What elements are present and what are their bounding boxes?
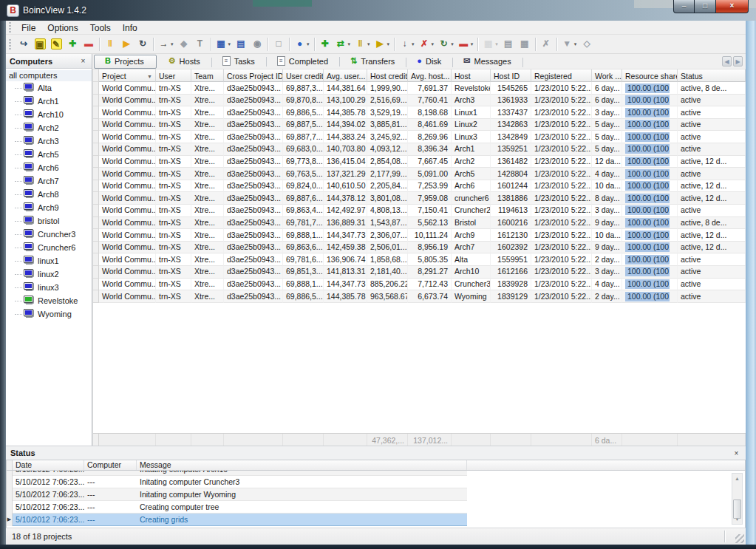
remove-computer-icon[interactable]: ▬ xyxy=(81,36,96,52)
close-icon[interactable]: × xyxy=(78,57,88,65)
status-log-row[interactable]: ▶5/10/2012 7:06:23...---Creating grids xyxy=(7,514,473,526)
table-row[interactable]: World Commu...trn-XSXtre...d3ae25b0943..… xyxy=(93,253,746,266)
sidebar-item-linux3[interactable]: linux3 xyxy=(6,281,92,294)
close-icon[interactable]: × xyxy=(732,449,741,457)
sidebar-item-arch3[interactable]: Arch3 xyxy=(6,134,92,148)
update-project-icon[interactable]: ⇄▾ xyxy=(334,36,353,52)
table-row[interactable]: World Commu...trn-XSXtre...d3ae25b0943..… xyxy=(93,229,746,242)
sidebar-item-wyoming[interactable]: Wyoming xyxy=(6,307,92,321)
tree-root-all-computers[interactable]: all computers xyxy=(6,70,92,81)
table-row[interactable]: World Commu...trn-XSXtre...d3ae25b0943..… xyxy=(93,266,746,279)
menu-item-tools[interactable]: Tools xyxy=(84,21,117,35)
column-header-cross-project-id[interactable]: Cross Project ID xyxy=(224,69,283,82)
boinc-mini-icon[interactable]: T xyxy=(193,36,208,52)
menu-item-info[interactable]: Info xyxy=(117,21,143,35)
table-row[interactable]: World Commu...trn-XSXtre...d3ae25b0943..… xyxy=(93,156,746,168)
attach-project-icon[interactable]: ✚ xyxy=(318,36,333,52)
menu-item-file[interactable]: File xyxy=(16,21,41,35)
status-log-row[interactable]: 5/10/2012 7:06:23...---Initating compute… xyxy=(7,471,473,476)
filter-icon[interactable]: ▼▾ xyxy=(560,36,579,52)
clear-filter-icon[interactable]: ◇ xyxy=(579,36,594,52)
snapshot-icon[interactable]: ▦▾ xyxy=(481,36,500,52)
network-computers-icon[interactable]: ▦▾ xyxy=(214,36,233,52)
table-row[interactable]: World Commu...trn-XSXtre...d3ae25b0943..… xyxy=(93,131,746,143)
tab-tasks[interactable]: ≡Tasks xyxy=(212,55,267,68)
resume-project-icon[interactable]: ▶▾ xyxy=(373,36,392,52)
column-header-registered[interactable]: Registered xyxy=(531,69,592,82)
status-column-header-message[interactable]: Message xyxy=(137,460,467,470)
sidebar-item-arch5[interactable]: Arch5 xyxy=(6,148,92,161)
maximize-button[interactable]: □ xyxy=(695,0,715,13)
tab-completed[interactable]: ≡Completed xyxy=(267,55,340,68)
tab-scroll-right-icon[interactable]: ▶ xyxy=(733,56,743,67)
scrollbar-thumb[interactable] xyxy=(733,499,741,519)
table-row[interactable]: World Commu...trn-XSXtre...d3ae25b0943..… xyxy=(93,217,746,230)
tab-projects[interactable]: BProjects xyxy=(94,55,157,69)
sidebar-item-alta[interactable]: Alta xyxy=(6,81,92,95)
resume-all-icon[interactable]: ▶ xyxy=(119,36,134,52)
suspend-host-icon[interactable]: ▬▾ xyxy=(457,36,475,52)
web-globe-icon[interactable]: ●▾ xyxy=(293,36,311,52)
column-header-status[interactable]: Status xyxy=(678,69,746,82)
column-header-host-credits[interactable]: Host credits xyxy=(367,69,408,82)
column-header-avg-host-[interactable]: Avg. host... xyxy=(408,69,452,82)
status-column-header-date[interactable]: Date xyxy=(13,460,84,470)
status-log-row[interactable]: 5/10/2012 7:06:23...---Creating computer… xyxy=(7,501,473,514)
activity-run-icon[interactable]: →▾ xyxy=(157,36,175,52)
computer-detail-icon[interactable]: ▤ xyxy=(234,36,248,52)
menu-item-options[interactable]: Options xyxy=(41,21,84,35)
table-row[interactable]: World Commu...trn-XSXtre...d3ae25b0943..… xyxy=(93,95,746,107)
column-header-project[interactable]: Project▼ xyxy=(99,69,156,82)
column-header-resource-share[interactable]: Resource share xyxy=(622,69,678,82)
schedule-log-icon[interactable]: □ xyxy=(271,36,286,52)
sidebar-item-cruncher6[interactable]: Cruncher6 xyxy=(6,241,92,254)
status-column-header-computer[interactable]: Computer xyxy=(84,460,137,470)
column-header-host[interactable]: Host xyxy=(452,69,491,82)
status-log-row[interactable]: 5/10/2012 7:06:23...---Initating compute… xyxy=(7,488,473,501)
scroll-up-icon[interactable]: ▲ xyxy=(735,474,740,483)
table-row[interactable]: World Commu...trn-XSXtre...d3ae25b0943..… xyxy=(93,106,746,119)
table-row[interactable]: World Commu...trn-XSXtre...d3ae25b0943..… xyxy=(93,119,746,132)
tab-disk[interactable]: ●Disk xyxy=(406,55,453,68)
table-row[interactable]: World Commu...trn-XSXtre...d3ae25b0943..… xyxy=(93,180,746,193)
exit-icon[interactable]: ↪ xyxy=(16,36,31,52)
scrollbar-track[interactable] xyxy=(732,483,742,514)
status-log-row[interactable]: 5/10/2012 7:06:23...---Initating compute… xyxy=(7,476,473,488)
minimize-button[interactable]: – xyxy=(673,0,695,13)
boinc-tray-icon[interactable]: ▣ xyxy=(33,36,47,52)
pause-all-icon[interactable]: ‖ xyxy=(103,36,118,52)
allow-work-icon[interactable]: ↓▾ xyxy=(398,36,416,52)
abort-work-icon[interactable]: ✗▾ xyxy=(418,36,436,52)
table-row[interactable]: World Commu...trn-XSXtre...d3ae25b0943..… xyxy=(93,143,746,156)
tab-hosts[interactable]: ⚙Hosts xyxy=(158,55,212,68)
add-computer-icon[interactable]: ✚ xyxy=(65,36,80,52)
resize-grip[interactable] xyxy=(735,534,744,543)
table-row[interactable]: World Commu...trn-XSXtre...d3ae25b0943..… xyxy=(93,192,746,205)
refresh-all-icon[interactable]: ↻ xyxy=(135,36,150,52)
suspend-project-icon[interactable]: ‖▾ xyxy=(353,36,372,52)
column-header-user[interactable]: User xyxy=(156,69,191,82)
sidebar-item-arch6[interactable]: Arch6 xyxy=(6,161,92,174)
sidebar-item-arch10[interactable]: Arch10 xyxy=(6,108,92,121)
table-row[interactable]: World Commu...trn-XSXtre...d3ae25b0943..… xyxy=(93,279,746,291)
sidebar-item-linux2[interactable]: linux2 xyxy=(6,267,92,281)
update-host-icon[interactable]: ↻▾ xyxy=(437,36,455,52)
tab-transfers[interactable]: ⇅Transfers xyxy=(340,55,406,68)
boinc-editor-icon[interactable]: ✎ xyxy=(49,36,64,52)
sidebar-item-cruncher3[interactable]: Cruncher3 xyxy=(6,228,92,241)
table-row[interactable]: World Commu...trn-XSXtre...d3ae25b0943..… xyxy=(93,82,746,95)
delete-grid-icon[interactable]: ✗ xyxy=(539,36,554,52)
table-row[interactable]: World Commu...trn-XSXtre...d3ae25b0943..… xyxy=(93,242,746,254)
column-header-user-credits[interactable]: User credits xyxy=(283,69,324,82)
cd-sync-icon[interactable]: ◉ xyxy=(250,36,265,52)
sidebar-item-arch9[interactable]: Arch9 xyxy=(6,201,92,214)
sidebar-item-revelstoke[interactable]: Revelstoke xyxy=(6,294,92,307)
column-header-host-id[interactable]: Host ID xyxy=(491,69,531,82)
clear-messages-icon[interactable]: ◆ xyxy=(177,36,191,52)
grid-copy-icon[interactable]: ▤ xyxy=(501,36,516,52)
sidebar-item-arch7[interactable]: Arch7 xyxy=(6,174,92,188)
column-header-work-[interactable]: Work ... xyxy=(592,69,622,82)
column-header-avg-user-[interactable]: Avg. user... xyxy=(324,69,367,82)
table-row[interactable]: World Commu...trn-XSXtre...d3ae25b0943..… xyxy=(93,168,746,180)
tab-messages[interactable]: ✉Messages xyxy=(453,55,522,68)
